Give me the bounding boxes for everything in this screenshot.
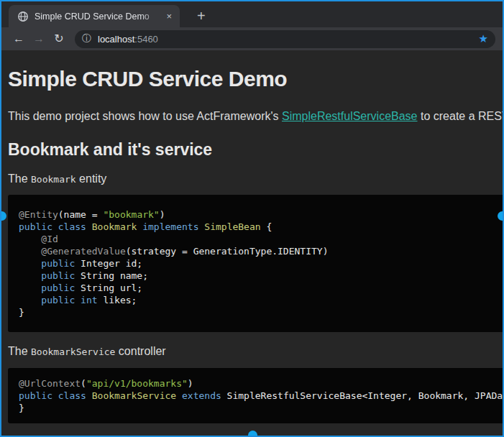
controller-lead-after: controller xyxy=(115,345,165,357)
page-title: Simple CRUD Service Demo xyxy=(8,68,503,91)
bookmark-star-icon[interactable]: ★ xyxy=(479,32,488,45)
intro-text-before: This demo project shows how to use ActFr… xyxy=(8,110,282,122)
entity-inline-code: Bookmark xyxy=(31,174,76,185)
entity-lead-paragraph: The Bookmark entity xyxy=(8,172,503,186)
controller-lead-before: The xyxy=(8,345,31,357)
browser-toolbar: ← → ↻ ⓘ localhost:5460 ★ xyxy=(1,27,503,50)
url-port: :5460 xyxy=(134,34,158,45)
tab-title: Simple CRUD Service Demo xyxy=(35,12,164,22)
bookmark-service-code-block: @UrlContext("api/v1/bookmarks")public cl… xyxy=(8,368,503,423)
simplerestfulservicebase-link[interactable]: SimpleRestfulServiceBase xyxy=(282,110,418,122)
entity-lead-after: entity xyxy=(76,172,107,185)
controller-inline-code: BookmarkService xyxy=(31,346,115,357)
selection-handle-right[interactable] xyxy=(498,211,504,221)
back-icon[interactable]: ← xyxy=(9,29,29,48)
browser-window: Simple CRUD Service Demo × + ← → ↻ ⓘ loc… xyxy=(0,0,504,437)
bookmark-entity-code-block: @Entity(name = "bookmark")public class B… xyxy=(8,195,503,332)
new-tab-button[interactable]: + xyxy=(193,9,210,23)
tab-strip: Simple CRUD Service Demo × + xyxy=(1,1,503,27)
site-info-icon[interactable]: ⓘ xyxy=(82,32,91,45)
globe-favicon-icon xyxy=(17,11,29,22)
selection-handle-bottom[interactable] xyxy=(248,431,257,437)
url-text[interactable]: localhost:5460 xyxy=(98,34,473,45)
tab-close-icon[interactable]: × xyxy=(164,11,174,22)
entity-lead-before: The xyxy=(8,172,31,185)
url-host: localhost xyxy=(98,34,134,45)
forward-icon[interactable]: → xyxy=(29,29,49,48)
controller-lead-paragraph: The BookmarkService controller xyxy=(8,344,503,359)
address-bar[interactable]: ⓘ localhost:5460 ★ xyxy=(75,30,495,48)
intro-text-after: to create a REST xyxy=(418,110,503,122)
page-content: Simple CRUD Service Demo This demo proje… xyxy=(1,50,503,423)
reload-icon[interactable]: ↻ xyxy=(49,29,69,48)
browser-tab[interactable]: Simple CRUD Service Demo × xyxy=(9,5,180,27)
intro-paragraph: This demo project shows how to use ActFr… xyxy=(8,109,503,123)
section-heading: Bookmark and it's service xyxy=(8,140,503,159)
